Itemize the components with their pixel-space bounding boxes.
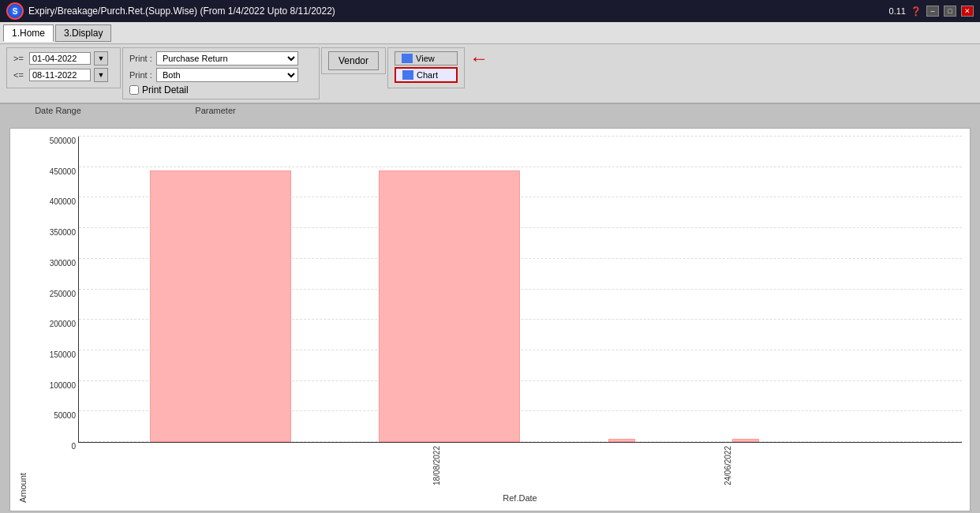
date-from-picker[interactable]: ▼ [94, 51, 108, 66]
view-section: View Chart [387, 47, 465, 88]
y-axis-label: Amount [18, 137, 28, 503]
annotation-arrow: ← [469, 47, 488, 69]
bar-3 [608, 439, 635, 442]
chart-icon [402, 70, 413, 80]
date-to-label: <= [13, 70, 26, 80]
chart-plot: 500000 450000 400000 350000 300000 [31, 137, 962, 503]
close-button[interactable]: ✕ [961, 6, 974, 17]
chart-grid: 500000 450000 400000 350000 300000 [78, 137, 962, 443]
print-detail-checkbox[interactable] [129, 85, 139, 95]
print-detail-label: Print Detail [142, 84, 189, 95]
toolbar: >= ▼ <= ▼ Print : Purchase Return Print … [0, 44, 980, 104]
chart-container: Amount 500000 450000 400000 350000 [9, 128, 971, 511]
x-axis-title: Ref.Date [78, 493, 962, 503]
print-both-select[interactable]: Both [156, 68, 298, 82]
view-icon [402, 54, 413, 63]
date-to-input[interactable] [29, 69, 91, 81]
gridline-450000: 450000 [79, 167, 962, 167]
print-label-1: Print : [129, 54, 153, 63]
view-button[interactable]: View [395, 51, 458, 66]
bar-2 [379, 170, 520, 442]
vendor-button[interactable]: Vendor [328, 51, 379, 70]
gridline-500000: 500000 [79, 136, 962, 137]
restore-button[interactable]: □ [944, 6, 956, 17]
print-label-2: Print : [129, 70, 153, 80]
parameter-section: Print : Purchase Return Print : Both Pri… [122, 47, 320, 99]
date-to-picker[interactable]: ▼ [94, 68, 108, 82]
arrow-annotation: ← [469, 47, 488, 69]
app-logo: S [6, 2, 24, 20]
date-range-section: >= ▼ <= ▼ [6, 47, 121, 88]
vendor-section: Vendor [321, 47, 386, 74]
bar-1 [150, 170, 291, 442]
date-from-label: >= [13, 54, 26, 63]
help-icon[interactable]: ❓ [911, 6, 922, 17]
menu-bar: 1.Home 3.Display [0, 22, 980, 44]
print-type-select[interactable]: Purchase Return [156, 51, 298, 66]
title-bar: S Expiry/Breakage/Purch.Ret.(Supp.Wise) … [0, 0, 980, 22]
menu-item-display[interactable]: 3.Display [55, 24, 111, 42]
chart-button[interactable]: Chart [395, 67, 458, 83]
version-label: 0.11 [889, 6, 906, 16]
date-from-input[interactable] [29, 52, 91, 65]
chart-area: Amount 500000 450000 400000 350000 [18, 137, 962, 503]
main-content: Amount 500000 450000 400000 350000 [0, 118, 980, 513]
window-title: Expiry/Breakage/Purch.Ret.(Supp.Wise) (F… [28, 6, 335, 17]
date-range-section-label: Date Range [0, 106, 116, 115]
x-tick-date-1: 18/08/2022 [432, 446, 441, 485]
x-tick-date-2: 24/06/2022 [724, 446, 732, 485]
parameter-section-label: Parameter [116, 106, 315, 115]
bar-4 [732, 439, 759, 442]
menu-item-home[interactable]: 1.Home [3, 24, 54, 42]
minimize-button[interactable]: – [926, 6, 939, 17]
